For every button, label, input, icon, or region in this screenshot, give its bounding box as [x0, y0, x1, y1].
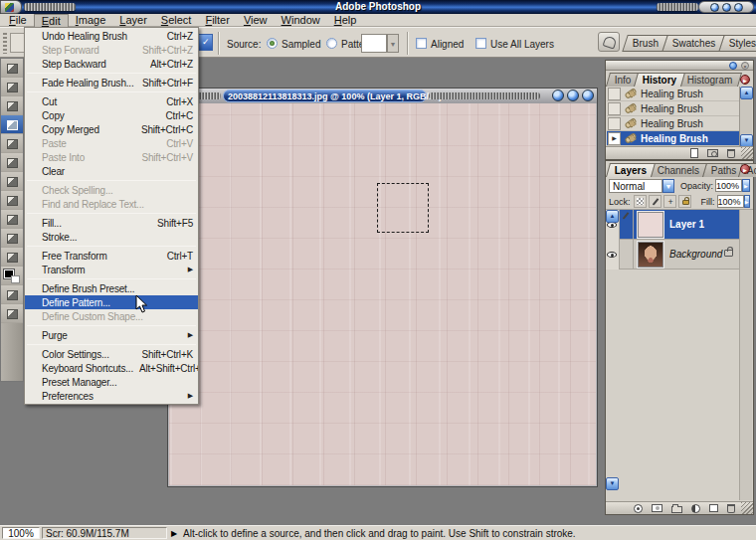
menu-item-keyboard-shortcuts[interactable]: Keyboard Shortcuts...Alt+Shift+Ctrl+K [25, 361, 198, 375]
tab-histogram[interactable]: Histogram [678, 73, 742, 87]
layers-scrollbar[interactable] [739, 210, 752, 500]
new-document-from-state-icon[interactable] [690, 148, 698, 158]
zoom-level-field[interactable]: 100% [2, 527, 40, 539]
brush-preset-icon[interactable] [198, 34, 213, 51]
menu-item-define-pattern[interactable]: Define Pattern... [25, 295, 198, 309]
layer-thumbnail[interactable] [638, 242, 663, 268]
scroll-up-icon[interactable]: ▲ [740, 87, 753, 99]
history-scrollbar[interactable]: ▲ ▼ [739, 87, 752, 147]
doc-maximize-button[interactable] [567, 90, 579, 101]
opacity-value[interactable]: 100% [715, 179, 742, 192]
tool-pen-icon[interactable] [1, 210, 23, 229]
layer-row-layer-1[interactable]: Layer 1 [606, 210, 741, 240]
tool-healing-brush-icon[interactable] [1, 115, 23, 134]
menu-item-undo-healing-brush[interactable]: Undo Healing BrushCtrl+Z [25, 29, 198, 43]
layer-style-icon[interactable] [634, 504, 643, 513]
tab-channels[interactable]: Channels [649, 163, 708, 177]
tool-type-icon[interactable] [1, 229, 23, 248]
blend-mode-select[interactable]: Normal [609, 179, 662, 193]
menu-item-stroke[interactable]: Stroke... [25, 230, 198, 244]
menu-item-step-backward[interactable]: Step BackwardAlt+Ctrl+Z [25, 57, 198, 71]
layer-mask-icon[interactable] [652, 504, 662, 512]
fill-value[interactable]: 100% [717, 195, 744, 208]
palette-minimize-icon[interactable] [729, 62, 737, 70]
menu-item-copy[interactable]: CopyCtrl+C [25, 108, 198, 122]
menu-item-copy-merged[interactable]: Copy MergedShift+Ctrl+C [25, 122, 198, 136]
link-slot[interactable] [620, 210, 634, 240]
menu-file[interactable]: File [2, 14, 34, 26]
tool-clone-stamp-icon[interactable] [1, 134, 23, 153]
menu-select[interactable]: Select [154, 14, 199, 26]
resize-grip[interactable] [741, 147, 753, 159]
menu-item-clear[interactable]: Clear [25, 164, 198, 178]
new-layer-icon[interactable] [709, 504, 718, 512]
history-item[interactable]: Healing Brush [607, 101, 741, 116]
pattern-swatch[interactable] [361, 34, 387, 53]
tool-rectangular-marquee-icon[interactable] [1, 59, 23, 78]
scroll-down-icon[interactable]: ▼ [606, 477, 619, 490]
aligned-checkbox[interactable] [416, 38, 427, 49]
new-group-icon[interactable] [671, 506, 682, 513]
scroll-up-icon[interactable]: ▲ [606, 210, 619, 223]
menu-item-paste[interactable]: PasteCtrl+V [25, 136, 198, 150]
tool-blur-icon[interactable] [1, 172, 23, 191]
history-source-well[interactable] [608, 117, 621, 130]
opacity-slider-icon[interactable]: ▶ [742, 179, 750, 192]
maximize-button[interactable] [722, 3, 731, 12]
minimize-button[interactable] [710, 3, 719, 12]
layer-row-background[interactable]: Background [606, 240, 741, 270]
well-tab-styles[interactable]: Styles [719, 35, 756, 52]
history-source-well[interactable] [608, 132, 621, 145]
palette-menu-icon[interactable]: ▶ [740, 164, 750, 174]
pattern-radio[interactable] [326, 38, 337, 49]
image-canvas[interactable] [169, 103, 596, 485]
tab-layers[interactable]: Layers [606, 163, 656, 177]
delete-layer-icon[interactable] [727, 504, 735, 513]
history-item[interactable]: Healing Brush [607, 87, 741, 101]
menu-view[interactable]: View [237, 14, 275, 26]
menu-layer[interactable]: Layer [112, 14, 154, 26]
menu-item-fade-healing-brush[interactable]: Fade Healing Brush...Shift+Ctrl+F [25, 76, 198, 90]
new-snapshot-icon[interactable] [707, 149, 718, 157]
menu-item-step-forward[interactable]: Step ForwardShift+Ctrl+Z [25, 43, 198, 57]
tab-history[interactable]: History [634, 73, 685, 87]
tool-quick-mask-icon[interactable] [1, 285, 23, 304]
visibility-toggle[interactable] [606, 240, 620, 270]
lock-position-icon[interactable]: + [663, 195, 676, 208]
doc-minimize-button[interactable] [552, 90, 564, 101]
menu-item-paste-into[interactable]: Paste IntoShift+Ctrl+V [25, 150, 198, 164]
adjustment-layer-icon[interactable] [691, 504, 700, 513]
lock-all-icon[interactable] [678, 195, 691, 208]
sampled-radio[interactable] [267, 38, 278, 49]
delete-icon[interactable] [727, 149, 735, 158]
pattern-dropdown-arrow-icon[interactable]: ▼ [387, 34, 399, 53]
status-menu-arrow-icon[interactable]: ▶ [171, 529, 177, 538]
well-tab-swatches[interactable]: Swatches [662, 35, 726, 52]
fill-slider-icon[interactable]: ▶ [744, 195, 750, 208]
lock-image-icon[interactable] [649, 195, 662, 208]
menu-item-define-custom-shape[interactable]: Define Custom Shape... [25, 309, 198, 323]
menu-item-preferences[interactable]: Preferences▶ [25, 389, 198, 403]
menu-item-color-settings[interactable]: Color Settings...Shift+Ctrl+K [25, 347, 198, 361]
document-titlebar[interactable]: 20038812113818313.jpg @ 100% (Layer 1, R… [168, 89, 597, 103]
menu-item-define-brush-preset[interactable]: Define Brush Preset... [25, 281, 198, 295]
layer-thumbnail[interactable] [638, 212, 663, 238]
menu-item-purge[interactable]: Purge▶ [25, 328, 198, 342]
tool-screen-mode-icon[interactable] [1, 304, 23, 323]
resize-grip[interactable] [741, 502, 753, 514]
menu-item-fill[interactable]: Fill...Shift+F5 [25, 216, 198, 230]
menu-filter[interactable]: Filter [198, 14, 236, 26]
menu-item-cut[interactable]: CutCtrl+X [25, 94, 198, 108]
selection-marquee[interactable] [377, 183, 429, 233]
history-source-well[interactable] [608, 102, 621, 115]
menu-edit[interactable]: Edit [34, 14, 69, 27]
history-item[interactable]: Healing Brush [607, 131, 741, 146]
tool-lasso-icon[interactable] [1, 78, 23, 96]
lock-transparency-icon[interactable] [634, 195, 647, 208]
menu-item-find-and-replace-text[interactable]: Find and Replace Text... [25, 197, 198, 211]
menu-image[interactable]: Image [69, 14, 113, 26]
blend-mode-dropdown-icon[interactable]: ▼ [662, 179, 674, 193]
close-button[interactable] [734, 3, 743, 12]
tool-eraser-icon[interactable] [1, 153, 23, 172]
menu-window[interactable]: Window [275, 14, 327, 26]
